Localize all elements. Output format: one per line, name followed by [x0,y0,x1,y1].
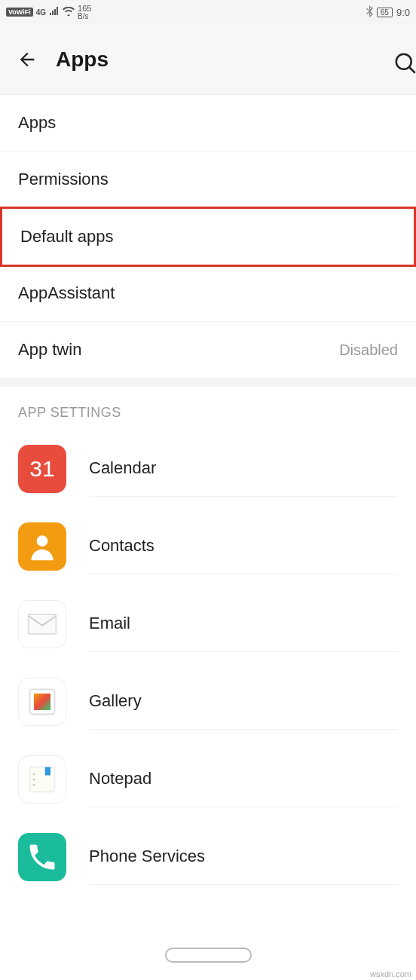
section-divider [0,378,416,387]
app-label: Gallery [89,673,398,730]
gallery-icon [18,678,66,726]
menu-label: Apps [18,113,56,133]
svg-rect-5 [34,694,50,710]
menu-item-app-twin[interactable]: App twin Disabled [0,322,416,378]
menu-label: AppAssistant [18,283,115,303]
notepad-icon [18,755,66,804]
back-arrow-icon [17,49,38,70]
app-label: Calendar [89,440,398,497]
menu-label: Default apps [20,227,114,247]
header: Apps [0,24,416,95]
menu-item-default-apps[interactable]: Default apps [0,207,416,267]
network-speed: 165 B/s [78,5,91,20]
clock: 9:0 [396,7,410,18]
home-pill[interactable] [165,948,252,963]
search-icon [393,51,416,74]
section-header-app-settings: APP SETTINGS [0,387,416,430]
svg-rect-3 [29,614,57,634]
menu-item-apps[interactable]: Apps [0,95,416,152]
wifi-icon [63,7,75,18]
page-title: Apps [56,47,109,72]
signal-icon [49,7,60,18]
svg-rect-7 [45,767,50,775]
app-item-phone-services[interactable]: Phone Services [0,818,416,896]
app-item-email[interactable]: Email [0,585,416,663]
app-item-gallery[interactable]: Gallery [0,663,416,740]
bluetooth-icon [366,5,373,20]
email-icon [18,600,66,648]
menu-item-permissions[interactable]: Permissions [0,152,416,208]
menu-value: Disabled [339,341,398,359]
app-label: Email [89,596,398,652]
svg-point-10 [33,783,35,786]
app-label: Notepad [89,751,398,807]
search-button[interactable] [393,51,416,74]
status-bar: VoWiFi 4G 165 B/s 65 9:0 [0,0,416,24]
svg-point-0 [396,54,411,69]
app-item-calendar[interactable]: 31 Calendar [0,430,416,507]
back-button[interactable] [12,44,42,75]
battery-indicator: 65 [377,8,393,17]
app-item-notepad[interactable]: Notepad [0,740,416,818]
vowifi-badge: VoWiFi [6,8,33,17]
app-label: Contacts [89,518,398,574]
status-right: 65 9:0 [366,5,410,20]
menu-label: Permissions [18,170,109,189]
network-type: 4G [36,8,46,17]
svg-point-8 [33,773,35,775]
svg-point-2 [37,535,48,547]
navigation-bar [0,936,416,974]
menu-label: App twin [18,340,81,360]
svg-point-9 [33,778,35,780]
contacts-icon [18,522,66,571]
calendar-icon: 31 [18,445,66,493]
app-label: Phone Services [89,828,398,885]
phone-icon [18,833,66,881]
svg-line-1 [409,67,415,73]
menu-item-app-assistant[interactable]: AppAssistant [0,265,416,322]
status-left: VoWiFi 4G 165 B/s [6,5,91,20]
app-item-contacts[interactable]: Contacts [0,507,416,585]
watermark: wsxdn.com [370,969,411,978]
